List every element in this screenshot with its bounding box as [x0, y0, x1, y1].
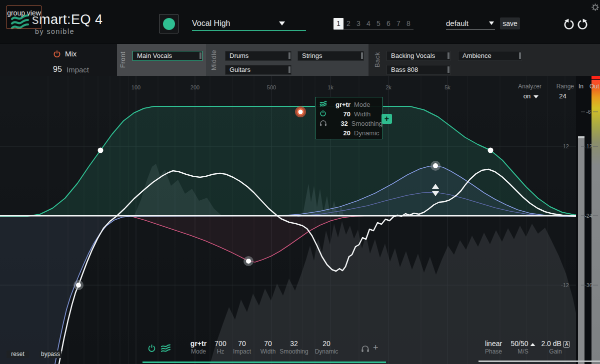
- add-band-toolbar-button[interactable]: +: [373, 343, 378, 353]
- gear-icon[interactable]: [591, 3, 600, 11]
- reset-button[interactable]: reset: [6, 351, 29, 358]
- impact-value[interactable]: 95: [53, 65, 62, 74]
- param-label: Impact: [233, 348, 251, 355]
- freq-axis-label: 5k: [444, 84, 450, 90]
- eq-node-blue[interactable]: [430, 161, 440, 171]
- phase-control[interactable]: linear Phase: [485, 340, 502, 355]
- solo-headphones-icon[interactable]: [361, 345, 370, 353]
- eq-node-green-low[interactable]: [98, 148, 104, 153]
- page-tab-5[interactable]: 5: [374, 18, 384, 29]
- eq-curve-display: 100 200 500 1k 2k 5k 12 -12 -6 -12 -24 -…: [0, 76, 600, 364]
- analyzer-state-dropdown[interactable]: on: [518, 92, 544, 100]
- learn-record-button[interactable]: [159, 14, 178, 33]
- auto-gain-badge[interactable]: A: [564, 341, 570, 348]
- plugin-window: smart:EQ 4 by sonible Vocal High 1 2 3 4…: [0, 0, 600, 364]
- freq-axis-label: 200: [190, 84, 200, 90]
- page-tab-4[interactable]: 4: [364, 18, 374, 29]
- group-view-button[interactable]: group view: [6, 5, 42, 29]
- analyzer-state-value: on: [524, 92, 530, 100]
- drag-handle[interactable]: [519, 52, 521, 59]
- product-title: smart:EQ 4: [32, 12, 103, 27]
- param-mode[interactable]: gr+tr Mode: [190, 340, 206, 355]
- analyzer-label: Analyzer: [509, 83, 542, 90]
- profile-dropdown[interactable]: Vocal High: [192, 18, 306, 31]
- param-smoothing[interactable]: 32 Smoothing: [280, 340, 308, 355]
- mix-power-icon[interactable]: [53, 50, 61, 58]
- param-width[interactable]: 70 Width: [260, 340, 276, 355]
- freq-axis-label: 500: [267, 84, 276, 90]
- param-value: 20: [315, 340, 338, 348]
- track-slot-label: Guitars: [230, 66, 250, 73]
- bypass-button[interactable]: bypass: [40, 351, 62, 358]
- track-slot-ambience[interactable]: Ambience: [458, 51, 522, 61]
- page-tab-7[interactable]: 7: [394, 18, 404, 29]
- drag-handle[interactable]: [448, 66, 450, 73]
- track-slot-strings[interactable]: Strings: [298, 51, 364, 61]
- page-tab-1[interactable]: 1: [334, 18, 344, 29]
- drag-handle[interactable]: [288, 66, 290, 73]
- gain-control[interactable]: 2.0 dBA Gain: [541, 340, 570, 355]
- param-impact[interactable]: 70 Impact: [233, 340, 251, 355]
- param-label: Dynamic: [315, 348, 338, 355]
- param-dynamic[interactable]: 20 Dynamic: [315, 340, 338, 355]
- param-value: 70: [233, 340, 251, 348]
- track-slot-backing-vocals[interactable]: Backing Vocals: [386, 51, 450, 61]
- track-slot-bass-808[interactable]: Bass 808: [386, 65, 450, 75]
- param-label: Mode: [190, 348, 206, 355]
- chevron-down-icon: [279, 21, 285, 25]
- freq-axis-label: 100: [132, 84, 140, 90]
- meter-scale-label: -24: [585, 213, 592, 219]
- gain-scale-label: 12: [563, 143, 569, 149]
- record-dot-icon: [163, 18, 175, 30]
- tooltip-dynamic-label: Dynamic: [354, 129, 380, 137]
- top-bar: smart:EQ 4 by sonible Vocal High 1 2 3 4…: [0, 0, 600, 43]
- channel-page-tabs: 1 2 3 4 5 6 7 8: [334, 18, 414, 29]
- undo-button[interactable]: [562, 18, 576, 31]
- range-value[interactable]: 24: [552, 92, 574, 100]
- in-meter-bar: [578, 138, 584, 364]
- meter-scale-label: -12: [585, 144, 592, 149]
- page-tab-8[interactable]: 8: [404, 18, 414, 29]
- ms-control[interactable]: 50/50 M/S: [510, 340, 535, 355]
- drag-handle[interactable]: [361, 52, 363, 59]
- tooltip-width-value: 70: [330, 110, 350, 118]
- out-meter-label: Out: [590, 83, 599, 90]
- eq-node-green-high[interactable]: [488, 148, 494, 153]
- drag-handle[interactable]: [200, 52, 202, 59]
- track-slot-main-vocals[interactable]: Main Vocals: [132, 51, 202, 61]
- headphones-icon: [320, 119, 330, 128]
- drag-handle[interactable]: [288, 52, 290, 59]
- band-waves-icon[interactable]: [160, 344, 172, 353]
- redo-button[interactable]: [576, 18, 589, 31]
- page-tabs-underline: [334, 29, 414, 30]
- page-tab-3[interactable]: 3: [354, 18, 364, 29]
- caret-up-icon: [530, 343, 536, 346]
- eq-node-selected[interactable]: [295, 106, 306, 117]
- zero-db-line: [0, 215, 576, 217]
- band-power-icon[interactable]: [148, 344, 156, 353]
- eq-node-pink[interactable]: [244, 256, 254, 266]
- add-band-button[interactable]: +: [382, 114, 392, 124]
- drag-handle[interactable]: [448, 52, 450, 59]
- page-tab-6[interactable]: 6: [384, 18, 394, 29]
- track-slot-drums[interactable]: Drums: [225, 51, 292, 61]
- freq-axis-label: 1k: [328, 84, 334, 90]
- profile-value: Vocal High: [192, 19, 230, 28]
- preset-dropdown[interactable]: default: [446, 18, 495, 30]
- save-button[interactable]: save: [500, 17, 520, 29]
- track-slot-label: Backing Vocals: [391, 52, 435, 59]
- range-label: Range: [550, 83, 574, 90]
- page-tab-2[interactable]: 2: [344, 18, 354, 29]
- track-slot-label: Bass 808: [391, 66, 418, 73]
- gain-value: 2.0 dB: [541, 340, 561, 348]
- power-icon: [320, 110, 330, 119]
- param-label: Width: [260, 348, 276, 355]
- out-meter-bar: [592, 80, 600, 364]
- track-slot-guitars[interactable]: Guitars: [225, 65, 292, 75]
- param-frequency[interactable]: 700 Hz: [214, 340, 226, 355]
- param-value: 32: [280, 340, 308, 348]
- eq-node-lowcut[interactable]: [74, 280, 84, 290]
- clip-indicator[interactable]: [592, 76, 600, 79]
- tooltip-mode-label: Mode: [354, 101, 370, 108]
- phase-value: linear: [485, 340, 502, 348]
